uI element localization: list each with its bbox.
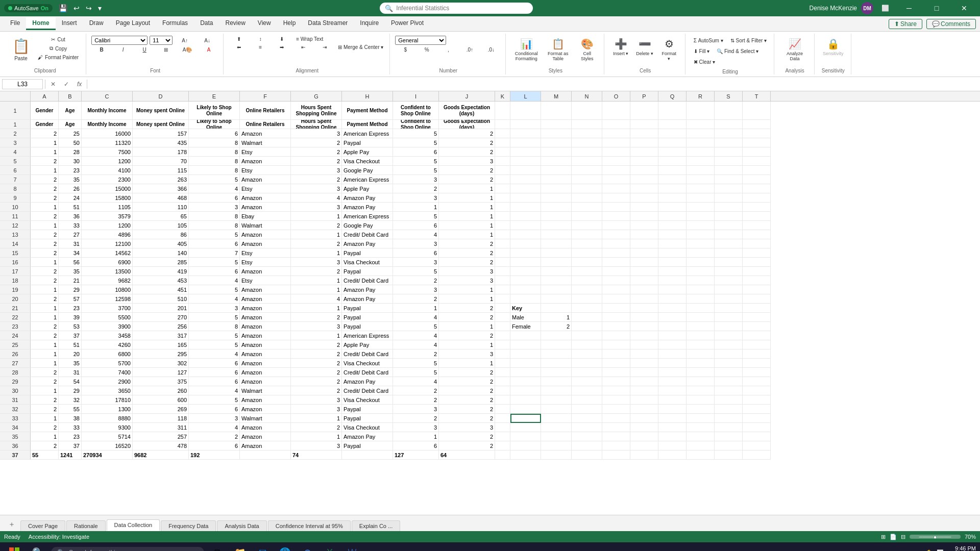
cell-e17[interactable]: 6 bbox=[189, 267, 240, 276]
cell-s29[interactable] bbox=[715, 377, 743, 386]
cell-t9[interactable] bbox=[743, 193, 771, 203]
cell-b23[interactable]: 53 bbox=[59, 322, 82, 331]
cell-h33[interactable]: Paypal bbox=[342, 414, 393, 423]
cell-f31[interactable]: Amazon bbox=[240, 395, 291, 405]
cell-b37[interactable]: 1241 bbox=[59, 450, 82, 460]
cell-o22[interactable] bbox=[602, 313, 630, 322]
cell-i35[interactable]: 1 bbox=[393, 432, 439, 441]
cell-r31[interactable] bbox=[687, 395, 715, 405]
cell-l34[interactable] bbox=[510, 423, 541, 432]
cell-i7[interactable]: 3 bbox=[393, 175, 439, 184]
cell-i36[interactable]: 6 bbox=[393, 441, 439, 450]
cell-p26[interactable] bbox=[630, 349, 658, 359]
cell-p7[interactable] bbox=[630, 175, 658, 184]
border-button[interactable]: ⊞ bbox=[156, 46, 176, 53]
comments-button[interactable]: 💬 Comments bbox=[926, 19, 976, 29]
cell-r30[interactable] bbox=[687, 386, 715, 395]
cell-m1[interactable] bbox=[541, 102, 572, 120]
cell-i6[interactable]: 5 bbox=[393, 166, 439, 175]
cell-r37[interactable] bbox=[687, 450, 715, 460]
cell-f23[interactable]: Amazon bbox=[240, 322, 291, 331]
tab-view[interactable]: View bbox=[252, 17, 277, 30]
cell-p1[interactable] bbox=[630, 120, 658, 129]
wrap-text-button[interactable]: ≡ Wrap Text bbox=[293, 36, 326, 42]
cell-i16[interactable]: 3 bbox=[393, 258, 439, 267]
cell-q12[interactable] bbox=[658, 221, 687, 230]
cell-o11[interactable] bbox=[602, 212, 630, 221]
cell-k19[interactable] bbox=[495, 285, 510, 294]
taskbar-search-bar[interactable]: 🔍 Search for anything bbox=[51, 547, 204, 551]
cut-button[interactable]: ✂ Cut bbox=[35, 36, 82, 43]
cell-g34[interactable]: 2 bbox=[291, 423, 342, 432]
cell-p27[interactable] bbox=[630, 359, 658, 368]
cell-s10[interactable] bbox=[715, 203, 743, 212]
cell-k12[interactable] bbox=[495, 221, 510, 230]
cell-e20[interactable]: 4 bbox=[189, 294, 240, 304]
cell-f14[interactable]: Amazon bbox=[240, 239, 291, 248]
cell-r9[interactable] bbox=[687, 193, 715, 203]
cell-b31[interactable]: 32 bbox=[59, 395, 82, 405]
insert-button[interactable]: ➕ Insert ▾ bbox=[609, 36, 632, 58]
number-format-select[interactable]: General bbox=[395, 36, 446, 45]
cell-e34[interactable]: 4 bbox=[189, 423, 240, 432]
cell-e32[interactable]: 6 bbox=[189, 405, 240, 414]
cell-n36[interactable] bbox=[572, 441, 602, 450]
cell-c37[interactable]: 270934 bbox=[82, 450, 133, 460]
cell-h16[interactable]: Visa Checkout bbox=[342, 258, 393, 267]
cell-d32[interactable]: 269 bbox=[133, 405, 189, 414]
tab-insert[interactable]: Insert bbox=[56, 17, 83, 30]
cell-g18[interactable]: 1 bbox=[291, 276, 342, 285]
cell-q7[interactable] bbox=[658, 175, 687, 184]
mail-button[interactable]: ✉ bbox=[253, 543, 272, 551]
col-header-n[interactable]: N bbox=[572, 91, 602, 101]
col-header-q[interactable]: Q bbox=[658, 91, 687, 101]
cell-o31[interactable] bbox=[602, 395, 630, 405]
col-header-s[interactable]: S bbox=[715, 91, 743, 101]
cell-h31[interactable]: Visa Checkout bbox=[342, 395, 393, 405]
cell-p1[interactable] bbox=[630, 102, 658, 120]
formula-input[interactable] bbox=[89, 80, 978, 89]
cell-b30[interactable]: 29 bbox=[59, 386, 82, 395]
cell-i30[interactable]: 2 bbox=[393, 386, 439, 395]
cell-j3[interactable]: 2 bbox=[439, 138, 495, 147]
cell-o32[interactable] bbox=[602, 405, 630, 414]
cell-e12[interactable]: 8 bbox=[189, 221, 240, 230]
cell-m8[interactable] bbox=[541, 184, 572, 193]
cell-r17[interactable] bbox=[687, 267, 715, 276]
cell-r5[interactable] bbox=[687, 157, 715, 166]
cell-g4[interactable]: 2 bbox=[291, 147, 342, 157]
cell-a23[interactable]: 2 bbox=[31, 322, 59, 331]
cell-l3[interactable] bbox=[510, 138, 541, 147]
cell-q19[interactable] bbox=[658, 285, 687, 294]
cell-k23[interactable] bbox=[495, 322, 510, 331]
cell-s4[interactable] bbox=[715, 147, 743, 157]
cell-j18[interactable]: 3 bbox=[439, 276, 495, 285]
tab-file[interactable]: File bbox=[4, 17, 26, 30]
cell-i31[interactable]: 2 bbox=[393, 395, 439, 405]
cell-f32[interactable]: Amazon bbox=[240, 405, 291, 414]
cell-j20[interactable]: 1 bbox=[439, 294, 495, 304]
cell-a37[interactable]: 55 bbox=[31, 450, 59, 460]
cell-l7[interactable] bbox=[510, 175, 541, 184]
format-painter-button[interactable]: 🖌 Format Painter bbox=[35, 54, 82, 61]
cell-r22[interactable] bbox=[687, 313, 715, 322]
cell-o18[interactable] bbox=[602, 276, 630, 285]
cell-c34[interactable]: 9300 bbox=[82, 423, 133, 432]
view-page-break-button[interactable]: ⊟ bbox=[901, 534, 905, 540]
cell-e11[interactable]: 8 bbox=[189, 212, 240, 221]
cell-c28[interactable]: 7400 bbox=[82, 368, 133, 377]
cell-l29[interactable] bbox=[510, 377, 541, 386]
col-header-c[interactable]: C bbox=[82, 91, 133, 101]
cell-p17[interactable] bbox=[630, 267, 658, 276]
file-explorer-button[interactable]: 📁 bbox=[231, 543, 249, 551]
col-header-l[interactable]: L bbox=[510, 91, 541, 101]
col-header-d[interactable]: D bbox=[133, 91, 189, 101]
cell-f37[interactable] bbox=[240, 450, 291, 460]
sheet-tab-frequency-data[interactable]: Frequency Data bbox=[161, 520, 216, 531]
sheet-tab-confidence-interval[interactable]: Confidence Interval at 95% bbox=[268, 520, 351, 531]
cell-t1[interactable] bbox=[743, 102, 771, 120]
cell-k8[interactable] bbox=[495, 184, 510, 193]
col-header-h[interactable]: H bbox=[342, 91, 393, 101]
cell-s13[interactable] bbox=[715, 230, 743, 239]
cell-n28[interactable] bbox=[572, 368, 602, 377]
